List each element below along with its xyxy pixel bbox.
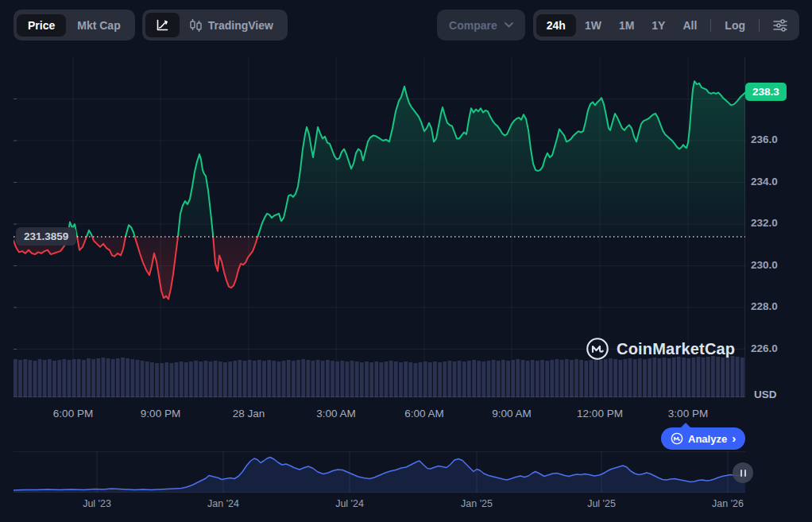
coinmarketcap-logo-icon xyxy=(586,337,609,361)
compare-label: Compare xyxy=(449,19,497,32)
range-1w-button[interactable]: 1W xyxy=(576,14,610,37)
compare-dropdown[interactable]: Compare xyxy=(437,10,525,41)
cmc-chart-widget: { "toolbar": { "price_label": "Price", "… xyxy=(0,0,812,522)
price-tick-label: 232.0 xyxy=(751,217,778,229)
line-chart-icon xyxy=(155,17,170,33)
current-price-badge: 238.3 xyxy=(745,83,787,101)
time-tick-label: 9:00 AM xyxy=(492,408,532,420)
price-tick-label: 236.0 xyxy=(751,133,778,145)
price-tick-label: 234.0 xyxy=(751,176,778,188)
divider xyxy=(759,19,760,32)
price-tick-label: 226.0 xyxy=(751,342,778,354)
navigator-tick-label: Jul '25 xyxy=(587,498,616,509)
price-tick-label: 230.0 xyxy=(751,259,778,271)
chart-type-toggle: TradingView xyxy=(142,10,288,41)
time-range-group: 24h 1W 1M 1Y All Log xyxy=(533,10,799,41)
navigator-tick-label: Jan '24 xyxy=(207,498,239,509)
log-scale-button[interactable]: Log xyxy=(716,14,754,37)
range-1m-button[interactable]: 1M xyxy=(610,14,643,37)
time-tick-label: 6:00 AM xyxy=(404,408,444,420)
divider xyxy=(710,19,711,32)
price-mktcap-toggle: Price Mkt Cap xyxy=(14,10,135,41)
baseline-price-label: 231.3859 xyxy=(16,227,76,246)
price-tab[interactable]: Price xyxy=(17,14,66,37)
coinmarketcap-watermark: CoinMarketCap xyxy=(586,337,735,361)
sliders-icon xyxy=(772,18,788,33)
analyze-label: Analyze xyxy=(688,433,727,445)
time-tick-label: 12:00 PM xyxy=(577,408,623,420)
chevron-right-icon: › xyxy=(732,431,736,445)
currency-unit-label: USD xyxy=(754,389,777,400)
chevron-down-icon xyxy=(505,22,513,28)
analyze-button[interactable]: Analyze › xyxy=(661,427,745,450)
navigator-tick-label: Jan '26 xyxy=(712,498,744,509)
price-tick-label: 228.0 xyxy=(751,300,778,312)
tradingview-label: TradingView xyxy=(208,19,273,32)
time-tick-label: 28 Jan xyxy=(233,408,265,420)
range-navigator[interactable] xyxy=(14,451,745,493)
watermark-text: CoinMarketCap xyxy=(617,340,735,358)
range-1y-button[interactable]: 1Y xyxy=(643,14,674,37)
navigator-tick-label: Jul '23 xyxy=(83,498,111,509)
navigator-tick-label: Jan '25 xyxy=(461,498,493,509)
range-24h-button[interactable]: 24h xyxy=(536,14,576,37)
navigator-tick-label: Jul '24 xyxy=(335,498,364,509)
chart-toolbar: Price Mkt Cap TradingView Compare xyxy=(14,10,799,41)
chart-settings-button[interactable] xyxy=(764,18,796,33)
time-tick-label: 3:00 AM xyxy=(316,408,356,420)
range-all-button[interactable]: All xyxy=(674,14,706,37)
mktcap-tab[interactable]: Mkt Cap xyxy=(66,14,131,37)
candlestick-icon xyxy=(189,18,203,33)
time-tick-label: 3:00 PM xyxy=(668,408,708,420)
line-chart-type-button[interactable] xyxy=(145,13,180,37)
time-tick-label: 6:00 PM xyxy=(53,408,93,420)
time-tick-label: 9:00 PM xyxy=(141,408,180,420)
tradingview-button[interactable]: TradingView xyxy=(180,18,284,33)
analyze-logo-icon xyxy=(671,432,683,445)
navigator-drag-handle[interactable] xyxy=(733,462,753,483)
